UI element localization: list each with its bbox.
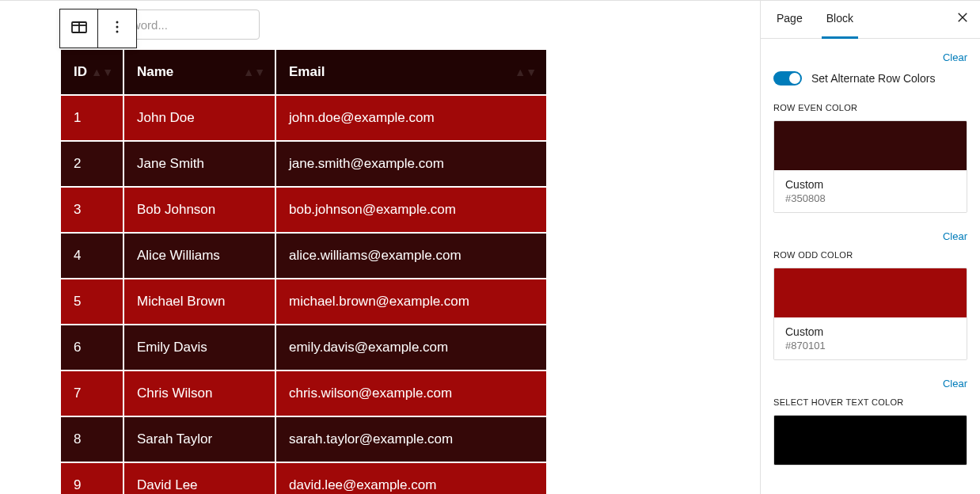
row-odd-color-label: ROW ODD COLOR — [773, 250, 967, 260]
alternate-rows-label: Set Alternate Row Colors — [811, 72, 935, 85]
table-cell-name: Bob Johnson — [124, 188, 275, 232]
table-cell-email: john.doe@example.com — [276, 96, 546, 140]
table-cell-id: 2 — [61, 142, 123, 186]
table-cell-name: Jane Smith — [124, 142, 275, 186]
table-cell-name: David Lee — [124, 463, 275, 494]
col-header-id[interactable]: ID▲▼ — [61, 50, 123, 94]
table-row: 4Alice Williamsalice.williams@example.co… — [61, 234, 546, 278]
table-cell-id: 3 — [61, 188, 123, 232]
more-options-button[interactable] — [98, 10, 136, 48]
row-even-color-card: Custom #350808 — [773, 120, 967, 213]
table-cell-name: Alice Williams — [124, 234, 275, 278]
table-block-icon-button[interactable] — [60, 10, 98, 48]
clear-button[interactable]: Clear — [943, 51, 967, 63]
table-cell-id: 8 — [61, 417, 123, 462]
table-row: 3Bob Johnsonbob.johnson@example.com — [61, 188, 546, 232]
alternate-rows-toggle[interactable] — [773, 71, 802, 86]
row-even-color-label: ROW EVEN COLOR — [773, 103, 967, 112]
table-cell-name: Sarah Taylor — [124, 417, 275, 462]
color-hex-value: #870101 — [785, 340, 955, 352]
table-cell-id: 6 — [61, 325, 123, 370]
table-row: 1John Doejohn.doe@example.com — [61, 96, 546, 140]
color-hex-value: #350808 — [785, 192, 955, 204]
table-cell-id: 9 — [61, 463, 123, 494]
table-cell-email: david.lee@example.com — [276, 463, 546, 494]
row-odd-color-card: Custom #870101 — [773, 268, 967, 360]
tab-page[interactable]: Page — [772, 1, 807, 39]
table-row: 9David Leedavid.lee@example.com — [61, 463, 546, 494]
table-cell-name: Chris Wilson — [124, 371, 275, 416]
close-icon — [955, 10, 970, 28]
hover-text-color-swatch[interactable] — [774, 416, 967, 465]
table-row: 6Emily Davisemily.davis@example.com — [61, 325, 546, 370]
table-cell-id: 1 — [61, 96, 123, 140]
table-cell-email: chris.wilson@example.com — [276, 371, 546, 416]
table-row: 8Sarah Taylorsarah.taylor@example.com — [61, 417, 546, 462]
tab-block[interactable]: Block — [822, 1, 858, 39]
table-row: 5Michael Brownmichael.brown@example.com — [61, 279, 546, 324]
col-header-name[interactable]: Name▲▼ — [124, 50, 275, 94]
color-custom-label: Custom — [785, 325, 955, 338]
sidebar-tabs: Page Block — [761, 1, 980, 39]
table-cell-email: alice.williams@example.com — [276, 234, 546, 278]
col-header-email[interactable]: Email▲▼ — [276, 50, 546, 94]
row-odd-color-swatch[interactable] — [774, 268, 967, 317]
svg-point-5 — [116, 31, 119, 33]
color-custom-label: Custom — [785, 178, 955, 191]
sort-icon: ▲▼ — [91, 66, 113, 78]
table-cell-name: Emily Davis — [124, 325, 275, 370]
table-cell-id: 7 — [61, 371, 123, 416]
table-cell-name: Michael Brown — [124, 279, 275, 324]
table-header-row: ID▲▼ Name▲▼ Email▲▼ — [61, 50, 546, 94]
sort-icon: ▲▼ — [243, 66, 265, 78]
table-cell-id: 4 — [61, 234, 123, 278]
table-cell-email: michael.brown@example.com — [276, 279, 546, 324]
settings-sidebar: Page Block Clear Set Alternate Row Color… — [760, 1, 980, 494]
dots-vertical-icon — [108, 17, 127, 40]
hover-text-color-label: SELECT HOVER TEXT COLOR — [773, 397, 967, 407]
row-even-color-swatch[interactable] — [774, 121, 967, 170]
table-row: 2Jane Smithjane.smith@example.com — [61, 142, 546, 186]
col-header-label: ID — [74, 64, 87, 79]
table-cell-id: 5 — [61, 279, 123, 324]
close-sidebar-button[interactable] — [953, 10, 972, 29]
block-toolbar — [59, 9, 137, 48]
table-cell-email: jane.smith@example.com — [276, 142, 546, 186]
table-cell-email: emily.davis@example.com — [276, 325, 546, 370]
clear-button[interactable]: Clear — [943, 378, 967, 390]
sort-icon: ▲▼ — [515, 66, 537, 78]
svg-point-3 — [116, 21, 119, 24]
svg-point-4 — [116, 26, 119, 28]
col-header-label: Name — [137, 64, 173, 79]
data-table: ID▲▼ Name▲▼ Email▲▼ 1John Doejohn.doe@ex… — [59, 48, 548, 494]
table-cell-name: John Doe — [124, 96, 275, 140]
hover-text-color-card — [773, 415, 967, 466]
block-settings-panel: Clear Set Alternate Row Colors ROW EVEN … — [761, 39, 980, 478]
editor-canvas: ID▲▼ Name▲▼ Email▲▼ 1John Doejohn.doe@ex… — [0, 1, 760, 494]
table-cell-email: bob.johnson@example.com — [276, 188, 546, 232]
clear-button[interactable]: Clear — [943, 230, 967, 242]
col-header-label: Email — [289, 64, 325, 79]
table-cell-email: sarah.taylor@example.com — [276, 417, 546, 462]
table-icon — [70, 17, 89, 40]
table-row: 7Chris Wilsonchris.wilson@example.com — [61, 371, 546, 416]
